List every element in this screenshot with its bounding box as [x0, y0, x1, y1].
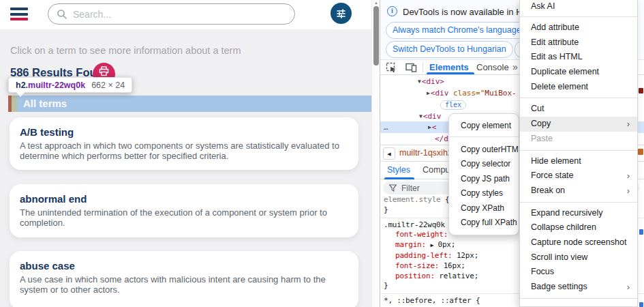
term-definition: A test approach in which two components …: [20, 141, 346, 161]
active-tab-underline: [427, 72, 474, 74]
instruction-text: Click on a term to see more information …: [10, 45, 241, 56]
scrollbar-thumb[interactable]: [373, 6, 379, 65]
section-header-all-terms: All terms: [8, 96, 371, 112]
submenu-item-copy-xpath[interactable]: Copy XPath: [449, 201, 519, 216]
tag-token: <div: [431, 89, 449, 98]
context-menu-item-hide-element[interactable]: Hide element: [520, 154, 637, 169]
tab-styles[interactable]: Styles: [387, 165, 410, 175]
all-terms-label: All terms: [17, 96, 67, 112]
term-definition: The unintended termination of the execut…: [20, 208, 346, 228]
context-menu-item-add-attribute[interactable]: Add attribute: [520, 20, 637, 35]
hidden-content-fragment: [638, 149, 643, 155]
tag-token: <div>: [422, 77, 444, 86]
property-name: font-size:: [395, 261, 439, 270]
term-card-ab-testing[interactable]: A/B testing A test approach in which two…: [10, 117, 358, 170]
hamburger-bar: [10, 18, 28, 20]
submenu-chevron-icon: ›: [627, 169, 630, 184]
expand-arrow-icon[interactable]: ▼: [419, 111, 423, 122]
submenu-item-copy-full-xpath[interactable]: Copy full XPath: [449, 216, 519, 231]
term-card-abnormal-end[interactable]: abnormal end The unintended termination …: [10, 184, 358, 237]
context-menu-item-copy[interactable]: Copy ›: [520, 117, 637, 132]
filter-sliders-icon: [335, 8, 347, 19]
menu-item-label: Force state: [531, 171, 574, 180]
attr-eq-token: =": [476, 89, 485, 98]
inspect-element-icon[interactable]: [386, 62, 398, 73]
hidden-content-fragment: [639, 302, 643, 307]
hamburger-menu-icon[interactable]: [10, 8, 28, 23]
device-toolbar-icon[interactable]: [405, 62, 418, 73]
submenu-chevron-icon: ›: [627, 117, 630, 132]
tab-console[interactable]: Console: [476, 62, 509, 72]
context-menu-item-paste[interactable]: Paste: [520, 132, 637, 147]
property-name: font-weight:: [395, 230, 448, 239]
copy-submenu: Copy element Copy outerHTML Copy selecto…: [448, 113, 519, 235]
tag-token: <: [432, 123, 437, 132]
property-value: 16px;: [444, 261, 465, 270]
term-card-abuse-case[interactable]: abuse case A use case in which some acto…: [10, 251, 358, 307]
context-menu-item-force-state[interactable]: Force state ›: [520, 169, 637, 184]
context-menu-item-cut[interactable]: Cut: [520, 102, 637, 117]
property-name: margin:: [395, 240, 426, 249]
submenu-item-copy-selector[interactable]: Copy selector: [449, 157, 519, 172]
expand-arrow-icon[interactable]: ▶: [427, 87, 430, 99]
search-bar[interactable]: [48, 3, 295, 25]
property-value: relative;: [439, 272, 478, 280]
breadcrumb-item[interactable]: muiltr-1qsxih2: [399, 148, 453, 158]
term-title: A/B testing: [20, 126, 346, 138]
inspect-tooltip: h2.muiltr-22wq0k 662 × 24: [8, 77, 132, 93]
search-input[interactable]: [73, 9, 277, 20]
context-menu-item-edit-attribute[interactable]: Edit attribute: [520, 35, 637, 50]
context-menu-item-ask-ai[interactable]: Ask AI: [520, 0, 637, 13]
printer-icon: [99, 66, 109, 76]
expand-arrow-icon[interactable]: ▼: [418, 76, 421, 87]
hamburger-bar: [10, 13, 28, 16]
property-name: padding-left:: [395, 251, 453, 260]
hidden-content-fragment: [639, 229, 643, 235]
more-actions-dots-icon[interactable]: …: [384, 121, 389, 133]
submenu-item-copy-styles[interactable]: Copy styles: [449, 186, 519, 201]
page-scrollbar[interactable]: ▲: [371, 0, 380, 307]
switch-to-hungarian-button[interactable]: Switch DevTools to Hungarian: [386, 41, 513, 58]
expand-value-arrow-icon[interactable]: ▶: [430, 242, 433, 248]
hamburger-bar: [10, 8, 28, 10]
menu-divider: [520, 16, 637, 17]
more-tabs-icon[interactable]: »: [512, 61, 518, 72]
breadcrumb-back-button[interactable]: ◀: [383, 147, 395, 160]
glossary-page: Click on a term to see more information …: [0, 0, 371, 307]
context-menu-item-delete-element[interactable]: Delete element: [520, 80, 637, 95]
menu-divider: [520, 202, 637, 203]
context-menu-item-capture-node-screenshot[interactable]: Capture node screenshot: [520, 235, 637, 250]
property-value: 0px;: [438, 240, 455, 249]
submenu-item-copy-element[interactable]: Copy element: [449, 119, 519, 134]
attr-value-token: MuiBox-: [485, 89, 516, 98]
menu-divider: [520, 98, 637, 98]
tooltip-dimensions: 662 × 24: [91, 81, 125, 90]
style-selector: .muiltr-22wq0k: [384, 220, 445, 229]
context-menu-item-focus[interactable]: Focus: [520, 265, 637, 280]
submenu-item-copy-outerhtml[interactable]: Copy outerHTML: [449, 143, 519, 158]
context-menu-item-duplicate-element[interactable]: Duplicate element: [520, 65, 637, 80]
flex-badge[interactable]: flex: [440, 100, 466, 110]
term-title: abnormal end: [20, 193, 346, 205]
term-definition: A use case in which some actors with mal…: [20, 275, 346, 295]
filter-button[interactable]: [331, 3, 352, 24]
style-selector: element.style: [384, 195, 441, 204]
menu-item-label: Break on: [531, 186, 565, 195]
term-title: abuse case: [20, 260, 346, 272]
context-menu-item-break-on[interactable]: Break on ›: [520, 184, 637, 199]
context-menu-item-badge-settings[interactable]: Badge settings ›: [520, 280, 637, 295]
submenu-item-copy-js-path[interactable]: Copy JS path: [449, 172, 519, 187]
expand-arrow-icon[interactable]: ▶: [428, 121, 431, 133]
submenu-divider: [449, 136, 519, 137]
context-menu-item-expand-recursively[interactable]: Expand recursively: [520, 206, 637, 221]
menu-item-label: Badge settings: [531, 282, 587, 291]
context-menu-item-edit-as-html[interactable]: Edit as HTML: [520, 50, 637, 65]
property-name: position:: [395, 272, 435, 280]
tooltip-tag: h2: [16, 81, 26, 90]
match-chrome-language-button[interactable]: Always match Chrome's language: [386, 22, 528, 39]
tag-token: <div: [423, 112, 442, 121]
inspect-padding-overlay: [12, 96, 17, 112]
context-menu-item-collapse-children[interactable]: Collapse children: [520, 220, 637, 235]
context-menu-item-scroll-into-view[interactable]: Scroll into view: [520, 250, 637, 265]
tab-elements[interactable]: Elements: [429, 62, 469, 72]
